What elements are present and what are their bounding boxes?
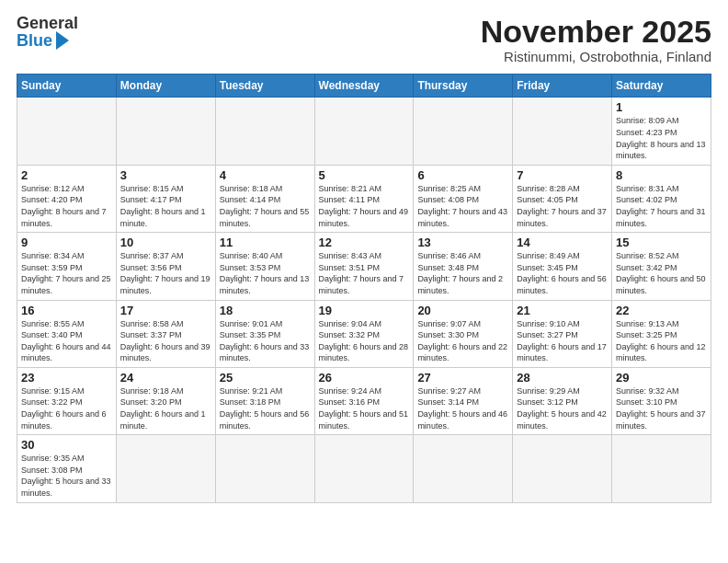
day-info: Sunrise: 8:49 AM Sunset: 3:45 PM Dayligh…	[517, 250, 608, 296]
table-row	[513, 98, 612, 165]
day-info: Sunrise: 8:15 AM Sunset: 4:17 PM Dayligh…	[120, 183, 211, 229]
col-sunday: Sunday	[17, 75, 117, 98]
day-number: 19	[319, 304, 410, 317]
table-row: 12Sunrise: 8:43 AM Sunset: 3:51 PM Dayli…	[314, 233, 414, 300]
day-info: Sunrise: 9:15 AM Sunset: 3:22 PM Dayligh…	[21, 385, 112, 431]
day-info: Sunrise: 8:28 AM Sunset: 4:05 PM Dayligh…	[517, 183, 608, 229]
day-info: Sunrise: 8:25 AM Sunset: 4:08 PM Dayligh…	[417, 183, 508, 229]
day-info: Sunrise: 8:09 AM Sunset: 4:23 PM Dayligh…	[616, 115, 707, 161]
table-row: 6Sunrise: 8:25 AM Sunset: 4:08 PM Daylig…	[414, 165, 513, 232]
day-number: 12	[319, 236, 410, 249]
day-number: 13	[417, 236, 508, 249]
table-row	[612, 435, 711, 502]
day-number: 14	[517, 236, 608, 249]
day-number: 18	[220, 304, 311, 317]
day-info: Sunrise: 8:46 AM Sunset: 3:48 PM Dayligh…	[417, 250, 508, 296]
table-row: 4Sunrise: 8:18 AM Sunset: 4:14 PM Daylig…	[215, 165, 314, 232]
day-number: 22	[616, 304, 707, 317]
day-number: 4	[220, 168, 311, 182]
logo: General Blue	[17, 15, 78, 50]
day-number: 23	[21, 371, 112, 385]
day-number: 29	[616, 371, 707, 385]
table-row	[314, 435, 414, 502]
day-number: 25	[220, 371, 311, 385]
table-row: 23Sunrise: 9:15 AM Sunset: 3:22 PM Dayli…	[17, 367, 117, 434]
table-row: 10Sunrise: 8:37 AM Sunset: 3:56 PM Dayli…	[116, 233, 215, 300]
day-info: Sunrise: 8:21 AM Sunset: 4:11 PM Dayligh…	[319, 183, 410, 229]
day-number: 7	[517, 168, 608, 182]
day-number: 24	[120, 371, 211, 385]
day-number: 15	[616, 236, 707, 249]
table-row	[513, 435, 612, 502]
table-row: 29Sunrise: 9:32 AM Sunset: 3:10 PM Dayli…	[612, 367, 711, 434]
day-info: Sunrise: 8:55 AM Sunset: 3:40 PM Dayligh…	[21, 318, 112, 364]
day-info: Sunrise: 8:34 AM Sunset: 3:59 PM Dayligh…	[21, 250, 112, 296]
table-row: 15Sunrise: 8:52 AM Sunset: 3:42 PM Dayli…	[612, 233, 711, 300]
day-number: 10	[120, 236, 211, 249]
table-row: 27Sunrise: 9:27 AM Sunset: 3:14 PM Dayli…	[414, 367, 513, 434]
day-number: 30	[21, 438, 112, 452]
day-info: Sunrise: 9:21 AM Sunset: 3:18 PM Dayligh…	[220, 385, 311, 431]
day-info: Sunrise: 8:52 AM Sunset: 3:42 PM Dayligh…	[616, 250, 707, 296]
day-info: Sunrise: 9:01 AM Sunset: 3:35 PM Dayligh…	[220, 318, 311, 364]
day-info: Sunrise: 9:10 AM Sunset: 3:27 PM Dayligh…	[517, 318, 608, 364]
day-info: Sunrise: 9:32 AM Sunset: 3:10 PM Dayligh…	[616, 385, 707, 431]
day-info: Sunrise: 8:31 AM Sunset: 4:02 PM Dayligh…	[616, 183, 707, 229]
logo-triangle-icon	[56, 31, 69, 50]
day-info: Sunrise: 9:24 AM Sunset: 3:16 PM Dayligh…	[319, 385, 410, 431]
day-number: 1	[616, 100, 707, 114]
table-row: 22Sunrise: 9:13 AM Sunset: 3:25 PM Dayli…	[612, 300, 711, 367]
table-row: 13Sunrise: 8:46 AM Sunset: 3:48 PM Dayli…	[414, 233, 513, 300]
location: Ristinummi, Ostrobothnia, Finland	[481, 49, 711, 64]
col-friday: Friday	[513, 75, 612, 98]
table-row: 5Sunrise: 8:21 AM Sunset: 4:11 PM Daylig…	[314, 165, 414, 232]
table-row: 24Sunrise: 9:18 AM Sunset: 3:20 PM Dayli…	[116, 367, 215, 434]
table-row	[116, 435, 215, 502]
table-row: 19Sunrise: 9:04 AM Sunset: 3:32 PM Dayli…	[314, 300, 414, 367]
table-row: 18Sunrise: 9:01 AM Sunset: 3:35 PM Dayli…	[215, 300, 314, 367]
day-number: 3	[120, 168, 211, 182]
day-number: 28	[517, 371, 608, 385]
logo-text-blue: Blue	[17, 32, 52, 49]
day-number: 11	[220, 236, 311, 249]
day-info: Sunrise: 9:07 AM Sunset: 3:30 PM Dayligh…	[417, 318, 508, 364]
table-row	[215, 435, 314, 502]
day-number: 27	[417, 371, 508, 385]
table-row: 17Sunrise: 8:58 AM Sunset: 3:37 PM Dayli…	[116, 300, 215, 367]
table-row: 28Sunrise: 9:29 AM Sunset: 3:12 PM Dayli…	[513, 367, 612, 434]
calendar-table: Sunday Monday Tuesday Wednesday Thursday…	[17, 74, 711, 502]
table-row: 20Sunrise: 9:07 AM Sunset: 3:30 PM Dayli…	[414, 300, 513, 367]
day-info: Sunrise: 8:40 AM Sunset: 3:53 PM Dayligh…	[220, 250, 311, 296]
table-row	[414, 435, 513, 502]
day-info: Sunrise: 8:18 AM Sunset: 4:14 PM Dayligh…	[220, 183, 311, 229]
day-info: Sunrise: 8:12 AM Sunset: 4:20 PM Dayligh…	[21, 183, 112, 229]
col-tuesday: Tuesday	[215, 75, 314, 98]
day-number: 21	[517, 304, 608, 317]
month-title: November 2025	[481, 15, 711, 49]
table-row	[215, 98, 314, 165]
table-row: 25Sunrise: 9:21 AM Sunset: 3:18 PM Dayli…	[215, 367, 314, 434]
day-number: 9	[21, 236, 112, 249]
table-row: 8Sunrise: 8:31 AM Sunset: 4:02 PM Daylig…	[612, 165, 711, 232]
col-saturday: Saturday	[612, 75, 711, 98]
table-row: 7Sunrise: 8:28 AM Sunset: 4:05 PM Daylig…	[513, 165, 612, 232]
day-info: Sunrise: 8:58 AM Sunset: 3:37 PM Dayligh…	[120, 318, 211, 364]
table-row	[314, 98, 414, 165]
table-row	[17, 98, 117, 165]
day-info: Sunrise: 9:13 AM Sunset: 3:25 PM Dayligh…	[616, 318, 707, 364]
day-info: Sunrise: 8:37 AM Sunset: 3:56 PM Dayligh…	[120, 250, 211, 296]
table-row: 14Sunrise: 8:49 AM Sunset: 3:45 PM Dayli…	[513, 233, 612, 300]
table-row: 1Sunrise: 8:09 AM Sunset: 4:23 PM Daylig…	[612, 98, 711, 165]
day-number: 17	[120, 304, 211, 317]
day-number: 26	[319, 371, 410, 385]
day-number: 16	[21, 304, 112, 317]
day-info: Sunrise: 8:43 AM Sunset: 3:51 PM Dayligh…	[319, 250, 410, 296]
logo-text-general: General	[17, 15, 78, 31]
day-number: 20	[417, 304, 508, 317]
table-row: 21Sunrise: 9:10 AM Sunset: 3:27 PM Dayli…	[513, 300, 612, 367]
table-row: 11Sunrise: 8:40 AM Sunset: 3:53 PM Dayli…	[215, 233, 314, 300]
table-row: 16Sunrise: 8:55 AM Sunset: 3:40 PM Dayli…	[17, 300, 117, 367]
title-area: November 2025 Ristinummi, Ostrobothnia, …	[481, 15, 711, 64]
day-info: Sunrise: 9:04 AM Sunset: 3:32 PM Dayligh…	[319, 318, 410, 364]
table-row: 3Sunrise: 8:15 AM Sunset: 4:17 PM Daylig…	[116, 165, 215, 232]
